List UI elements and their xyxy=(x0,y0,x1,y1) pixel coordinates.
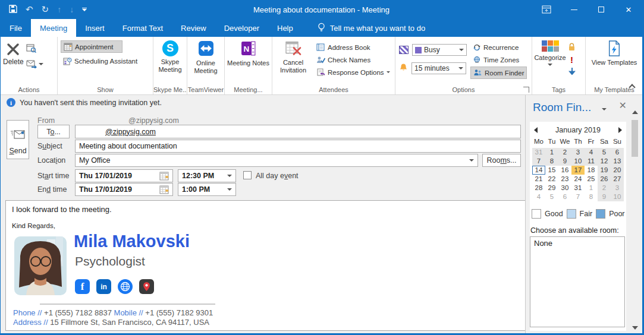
website-globe-icon[interactable] xyxy=(118,279,133,294)
to-value[interactable]: @zippysig.com xyxy=(105,128,156,136)
collapse-ribbon-icon[interactable] xyxy=(627,83,637,91)
calendar-day[interactable]: 12 xyxy=(598,157,611,166)
room-finder-scrollbar[interactable] xyxy=(630,108,640,332)
scheduling-assistant-button[interactable]: Scheduling Assistant xyxy=(61,55,153,67)
start-time-caret-icon[interactable] xyxy=(227,175,232,177)
map-pin-icon[interactable] xyxy=(139,279,154,294)
calendar-day[interactable]: 2 xyxy=(598,184,611,192)
calendar-day[interactable]: 31 xyxy=(532,148,545,157)
response-options-button[interactable]: Response Options xyxy=(314,66,392,78)
location-caret-icon[interactable] xyxy=(469,159,474,162)
tell-me-box[interactable]: Tell me what you want to do xyxy=(318,19,425,37)
calendar-day[interactable]: 6 xyxy=(558,192,571,201)
calendar-day[interactable]: 20 xyxy=(611,166,624,175)
room-finder-button[interactable]: Room Finder xyxy=(470,67,527,79)
start-time-field[interactable]: 12:30 PM xyxy=(178,169,236,182)
maximize-button[interactable] xyxy=(588,0,615,19)
reminder-select[interactable]: 15 minutes xyxy=(411,62,466,74)
start-date-field[interactable]: Thu 17/01/2019 xyxy=(75,169,173,182)
tab-developer[interactable]: Developer xyxy=(215,19,268,37)
check-names-button[interactable]: Check Names xyxy=(314,53,392,66)
room-finder-close-icon[interactable]: ✕ xyxy=(619,100,627,111)
skype-meeting-button[interactable]: S Skype Meeting xyxy=(153,39,187,75)
calendar-day[interactable]: 30 xyxy=(558,184,571,192)
calendar-day[interactable]: 1 xyxy=(545,148,558,157)
end-date-field[interactable]: Thu 17/01/2019 xyxy=(75,183,173,196)
calendar-day[interactable]: 6 xyxy=(611,148,624,157)
customize-quick-access-icon[interactable] xyxy=(82,8,87,11)
calendar-day[interactable]: 31 xyxy=(571,184,585,192)
room-list-item[interactable]: None xyxy=(534,239,621,248)
delete-button[interactable]: Delete xyxy=(1,39,26,68)
calendar-day[interactable]: 27 xyxy=(611,175,624,184)
time-zones-button[interactable]: Time Zones xyxy=(470,53,527,66)
appointment-button[interactable]: Appointment xyxy=(61,40,122,53)
private-lock-icon[interactable] xyxy=(568,43,576,53)
previous-month-icon[interactable] xyxy=(534,127,538,133)
redo-icon[interactable]: ↻ xyxy=(42,4,49,15)
copy-to-calendar-icon[interactable] xyxy=(26,44,43,55)
calendar-day[interactable]: 8 xyxy=(545,157,558,166)
calendar-day[interactable]: 25 xyxy=(585,175,598,184)
tab-format-text[interactable]: Format Text xyxy=(114,19,172,37)
close-button[interactable]: ✕ xyxy=(615,0,642,19)
minimize-button[interactable] xyxy=(560,0,588,19)
calendar-day[interactable]: 10 xyxy=(611,192,624,201)
send-button[interactable]: Send xyxy=(7,120,29,159)
forward-icon[interactable] xyxy=(26,60,43,68)
scroll-down-icon[interactable] xyxy=(632,326,638,330)
save-icon[interactable] xyxy=(9,5,17,15)
calendar-day[interactable]: 7 xyxy=(571,192,585,201)
undo-icon[interactable]: ↶ xyxy=(26,4,33,15)
meeting-notes-button[interactable]: N Meeting Notes xyxy=(225,39,272,68)
calendar-day[interactable]: 26 xyxy=(598,175,611,184)
location-field[interactable]: My Office xyxy=(75,154,478,167)
options-dialog-launcher-icon[interactable] xyxy=(523,87,529,93)
calendar-day[interactable]: 18 xyxy=(585,166,598,175)
calendar-day[interactable]: 9 xyxy=(558,157,571,166)
calendar-day[interactable]: 24 xyxy=(571,175,585,184)
calendar-day[interactable]: 21 xyxy=(532,175,545,184)
end-date-picker-icon[interactable] xyxy=(159,185,169,194)
calendar-day[interactable]: 14 xyxy=(532,166,545,175)
address-book-button[interactable]: Address Book xyxy=(314,41,392,53)
calendar-day[interactable]: 3 xyxy=(571,148,585,157)
tab-insert[interactable]: Insert xyxy=(76,19,114,37)
scroll-up-icon[interactable] xyxy=(632,110,638,114)
calendar-day[interactable]: 19 xyxy=(598,166,611,175)
low-importance-icon[interactable] xyxy=(568,67,576,77)
view-templates-button[interactable]: View Templates xyxy=(586,39,643,68)
all-day-checkbox[interactable] xyxy=(243,171,252,179)
calendar-day[interactable]: 8 xyxy=(585,192,598,201)
rooms-button[interactable]: Rooms... xyxy=(482,154,521,167)
show-as-select[interactable]: Busy xyxy=(412,44,467,56)
to-button[interactable]: To... xyxy=(37,125,70,138)
recurrence-button[interactable]: Recurrence xyxy=(470,41,527,53)
calendar-day[interactable]: 16 xyxy=(558,166,571,175)
calendar-day[interactable]: 15 xyxy=(545,166,558,175)
end-time-field[interactable]: 1:00 PM xyxy=(178,183,236,196)
tab-review[interactable]: Review xyxy=(172,19,215,37)
calendar-day[interactable]: 4 xyxy=(585,148,598,157)
online-meeting-button[interactable]: Online Meeting xyxy=(187,39,224,76)
scrollbar-thumb[interactable] xyxy=(632,120,638,157)
room-list[interactable]: None xyxy=(530,236,625,327)
message-body[interactable]: I look forward to the meeting. Kind Rega… xyxy=(5,200,526,331)
calendar-day[interactable]: 22 xyxy=(545,175,558,184)
calendar-day[interactable]: 4 xyxy=(532,192,545,201)
tab-file[interactable]: File xyxy=(1,19,31,37)
calendar-day[interactable]: 5 xyxy=(545,192,558,201)
next-month-icon[interactable] xyxy=(618,127,622,133)
linkedin-icon[interactable]: in xyxy=(96,279,111,294)
calendar-day[interactable]: 2 xyxy=(558,148,571,157)
calendar-day[interactable]: 10 xyxy=(571,157,585,166)
calendar-day[interactable]: 28 xyxy=(532,184,545,192)
calendar-day[interactable]: 7 xyxy=(532,157,545,166)
end-time-caret-icon[interactable] xyxy=(227,188,232,191)
calendar-day[interactable]: 1 xyxy=(585,184,598,192)
calendar-day[interactable]: 13 xyxy=(611,157,624,166)
subject-field[interactable]: Meeting about documentation xyxy=(75,140,521,153)
facebook-icon[interactable]: f xyxy=(75,279,90,294)
calendar-day[interactable]: 11 xyxy=(585,157,598,166)
calendar-day[interactable]: 17 xyxy=(571,166,585,175)
